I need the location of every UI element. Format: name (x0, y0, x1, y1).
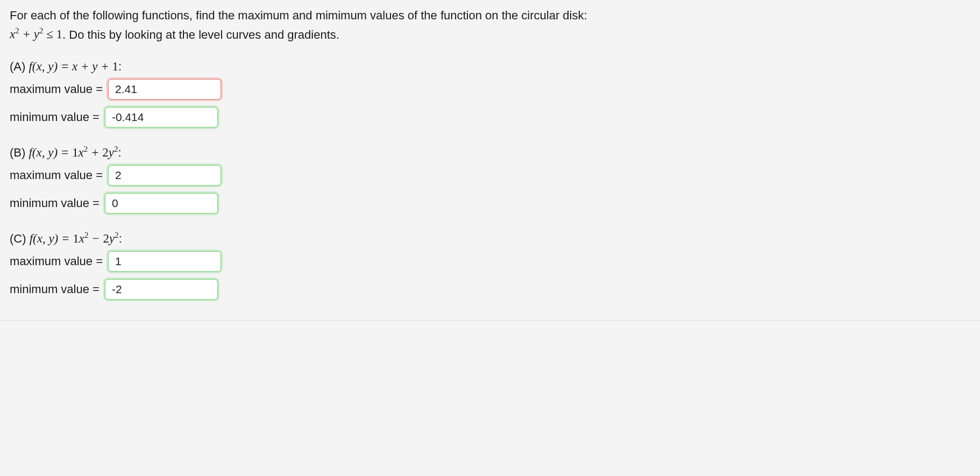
part-heading-A: (A) f(x, y) = x + y + 1: (10, 60, 970, 74)
problem-container: For each of the following functions, fin… (0, 0, 980, 321)
max-input-A[interactable] (108, 79, 221, 100)
part-function: f(x, y) = 1x2 + 2y2: (29, 146, 121, 159)
row-min-B: minimum value = (10, 193, 970, 214)
max-label: maximum value = (10, 254, 103, 268)
max-input-C[interactable] (108, 251, 221, 272)
prompt-line-2: x2 + y2 ≤ 1. Do this by looking at the l… (10, 26, 970, 43)
row-max-B: maximum value = (10, 165, 970, 186)
part-C: (C) f(x, y) = 1x2 − 2y2:maximum value =m… (10, 231, 970, 300)
part-letter: (A) (10, 60, 29, 73)
max-label: maximum value = (10, 168, 103, 182)
min-input-B[interactable] (105, 193, 218, 214)
part-function: f(x, y) = x + y + 1: (29, 60, 122, 73)
row-min-A: minimum value = (10, 107, 970, 127)
part-A: (A) f(x, y) = x + y + 1:maximum value =m… (10, 60, 970, 127)
min-input-C[interactable] (105, 279, 218, 300)
part-B: (B) f(x, y) = 1x2 + 2y2:maximum value =m… (10, 145, 970, 214)
min-label: minimum value = (10, 282, 100, 296)
max-input-B[interactable] (108, 165, 221, 186)
parts-container: (A) f(x, y) = x + y + 1:maximum value =m… (10, 60, 970, 299)
prompt-line-1: For each of the following functions, fin… (10, 8, 970, 24)
part-heading-B: (B) f(x, y) = 1x2 + 2y2: (10, 145, 970, 160)
min-label: minimum value = (10, 110, 100, 124)
row-max-C: maximum value = (10, 251, 970, 272)
max-label: maximum value = (10, 82, 103, 96)
part-function: f(x, y) = 1x2 − 2y2: (30, 232, 122, 245)
constraint-expression: x2 + y2 ≤ 1 (10, 27, 62, 41)
row-max-A: maximum value = (10, 79, 970, 100)
prompt-tail: . Do this by looking at the level curves… (62, 27, 339, 41)
part-letter: (C) (10, 232, 30, 245)
part-letter: (B) (10, 146, 29, 159)
min-input-A[interactable] (105, 107, 218, 127)
part-heading-C: (C) f(x, y) = 1x2 − 2y2: (10, 231, 970, 246)
row-min-C: minimum value = (10, 279, 970, 300)
min-label: minimum value = (10, 196, 100, 210)
